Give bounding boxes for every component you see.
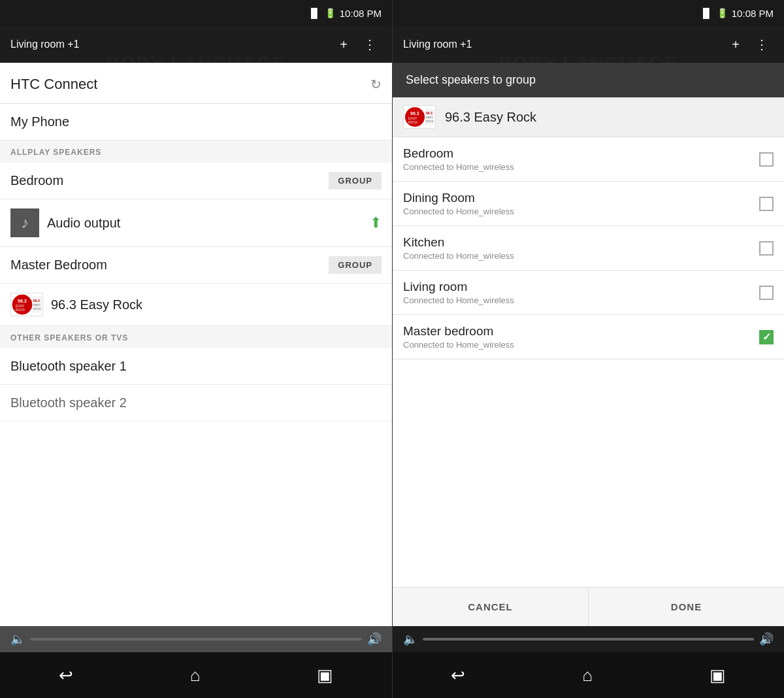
svg-text:EASY: EASY bbox=[426, 116, 433, 119]
speaker-item-dining[interactable]: Dining Room Connected to Home_wireless bbox=[393, 182, 784, 226]
bedroom-group-btn[interactable]: GROUP bbox=[329, 172, 382, 190]
upload-icon[interactable]: ⬆ bbox=[370, 214, 382, 231]
speaker-name-kitchen: Kitchen bbox=[403, 235, 759, 250]
checkmark-icon: ✓ bbox=[762, 331, 771, 343]
speaker-name-living: Living room bbox=[403, 280, 759, 294]
speaker-name-master: Master bedroom bbox=[403, 324, 759, 339]
right-vol-high-icon: 🔊 bbox=[759, 632, 774, 646]
bluetooth-speaker-1-item[interactable]: Bluetooth speaker 1 bbox=[0, 348, 392, 385]
left-top-bar: Living room +1 + ⋮ bbox=[0, 26, 392, 63]
refresh-icon[interactable]: ↻ bbox=[370, 76, 382, 92]
my-phone-label: My Phone bbox=[10, 114, 382, 129]
bluetooth-speaker-1-label: Bluetooth speaker 1 bbox=[10, 359, 382, 374]
allplay-section-header: ALLPLAY SPEAKERS bbox=[0, 141, 392, 163]
svg-text:96.3: 96.3 bbox=[410, 111, 419, 116]
svg-text:ROCK: ROCK bbox=[408, 120, 418, 124]
right-signal-icon: ▐▌ bbox=[700, 8, 713, 18]
checkbox-living[interactable] bbox=[759, 286, 774, 300]
left-back-nav[interactable]: ↩ bbox=[59, 665, 73, 686]
right-status-bar: ▐▌ 🔋 10:08 PM bbox=[393, 0, 784, 26]
left-time: 10:08 PM bbox=[340, 8, 382, 19]
dialog-title: Select speakers to group bbox=[406, 73, 536, 86]
svg-text:96.3: 96.3 bbox=[33, 299, 40, 303]
audio-output-label: Audio output bbox=[47, 216, 370, 231]
htc-connect-title: HTC Connect bbox=[10, 76, 97, 93]
left-bottom-nav: ↩ ⌂ ▣ bbox=[0, 652, 392, 698]
speaker-item-bedroom[interactable]: Bedroom Connected to Home_wireless bbox=[393, 137, 784, 182]
left-room-title: Living room +1 bbox=[10, 39, 329, 50]
bedroom-item[interactable]: Bedroom GROUP bbox=[0, 163, 392, 199]
vol-slider[interactable] bbox=[30, 638, 362, 640]
checkbox-dining[interactable] bbox=[759, 197, 774, 211]
vol-low-icon: 🔈 bbox=[10, 632, 25, 646]
checkbox-kitchen[interactable] bbox=[759, 241, 774, 256]
bluetooth-speaker-2-item[interactable]: Bluetooth speaker 2 bbox=[0, 385, 392, 422]
easy-rock-label: 96.3 Easy Rock bbox=[51, 297, 382, 312]
right-bottom-nav: ↩ ⌂ ▣ bbox=[393, 652, 784, 698]
left-recents-nav[interactable]: ▣ bbox=[317, 665, 333, 686]
right-add-icon[interactable]: + bbox=[727, 32, 745, 58]
battery-icon: 🔋 bbox=[325, 8, 336, 18]
cancel-button[interactable]: CANCEL bbox=[393, 588, 589, 626]
speaker-sub-kitchen: Connected to Home_wireless bbox=[403, 251, 759, 261]
left-status-bar: ▐▌ 🔋 10:08 PM bbox=[0, 0, 392, 26]
svg-text:ROCK: ROCK bbox=[16, 308, 25, 312]
right-vol-slider[interactable] bbox=[423, 638, 754, 640]
speaker-sub-dining: Connected to Home_wireless bbox=[403, 207, 759, 216]
speaker-item-kitchen[interactable]: Kitchen Connected to Home_wireless bbox=[393, 226, 784, 271]
vol-high-icon: 🔊 bbox=[367, 632, 382, 646]
checkbox-master[interactable]: ✓ bbox=[759, 330, 774, 344]
my-phone-item[interactable]: My Phone bbox=[0, 104, 392, 141]
right-back-nav[interactable]: ↩ bbox=[451, 665, 465, 686]
dialog-header: Select speakers to group bbox=[393, 63, 784, 97]
speaker-item-master[interactable]: Master bedroom Connected to Home_wireles… bbox=[393, 315, 784, 359]
svg-text:EASY: EASY bbox=[33, 303, 41, 307]
right-recents-nav[interactable]: ▣ bbox=[710, 665, 726, 686]
speaker-name-bedroom: Bedroom bbox=[403, 146, 759, 161]
right-home-nav[interactable]: ⌂ bbox=[582, 665, 593, 686]
other-speakers-label: OTHER SPEAKERS OR TVS bbox=[10, 333, 128, 342]
htc-connect-panel: HTC Connect ↻ My Phone ALLPLAY SPEAKERS … bbox=[0, 63, 392, 652]
speakers-list: Bedroom Connected to Home_wireless Dinin… bbox=[393, 137, 784, 587]
speaker-info-bedroom: Bedroom Connected to Home_wireless bbox=[403, 146, 759, 172]
left-volume-bar: 🔈 🔊 bbox=[0, 626, 392, 652]
master-bedroom-item[interactable]: Master Bedroom GROUP bbox=[0, 247, 392, 284]
now-playing-label: 96.3 Easy Rock bbox=[445, 110, 536, 125]
left-add-icon[interactable]: + bbox=[335, 32, 353, 58]
radio-thumb: 96.3 EASY ROCK 96.3 EASY ROCK bbox=[10, 293, 43, 316]
svg-text:ROCK: ROCK bbox=[33, 307, 41, 310]
right-volume-bar: 🔈 🔊 bbox=[393, 626, 784, 652]
other-speakers-section-header: OTHER SPEAKERS OR TVS bbox=[0, 326, 392, 348]
svg-text:96.3: 96.3 bbox=[18, 299, 27, 303]
master-bedroom-label: Master Bedroom bbox=[10, 258, 329, 273]
music-note-icon: ♪ bbox=[21, 214, 29, 232]
right-top-bar: Living room +1 + ⋮ bbox=[393, 26, 784, 63]
left-home-nav[interactable]: ⌂ bbox=[190, 665, 201, 686]
left-phone-screen: ▐▌ 🔋 10:08 PM BODY LANGUAGE GRAMMAR Livi… bbox=[0, 0, 392, 698]
speaker-info-kitchen: Kitchen Connected to Home_wireless bbox=[403, 235, 759, 261]
master-bedroom-group-btn[interactable]: GROUP bbox=[329, 256, 382, 274]
speaker-item-living[interactable]: Living room Connected to Home_wireless bbox=[393, 271, 784, 315]
speaker-sub-bedroom: Connected to Home_wireless bbox=[403, 162, 759, 172]
allplay-label: ALLPLAY SPEAKERS bbox=[10, 148, 101, 157]
right-phone-screen: ▐▌ 🔋 10:08 PM BODY LANGUAGE GRAMMAR Livi… bbox=[392, 0, 784, 698]
audio-output-item[interactable]: ♪ Audio output ⬆ bbox=[0, 199, 392, 247]
svg-text:96.3: 96.3 bbox=[426, 111, 433, 115]
right-vol-low-icon: 🔈 bbox=[403, 632, 417, 646]
speaker-info-living: Living room Connected to Home_wireless bbox=[403, 280, 759, 305]
now-playing-bar: 96.3 EASY ROCK 96.3 EASY ROCK 96.3 Easy … bbox=[393, 97, 784, 137]
speaker-sub-master: Connected to Home_wireless bbox=[403, 340, 759, 350]
speaker-info-dining: Dining Room Connected to Home_wireless bbox=[403, 191, 759, 216]
signal-icon: ▐▌ bbox=[308, 8, 321, 18]
done-button[interactable]: DONE bbox=[589, 588, 784, 626]
checkbox-bedroom[interactable] bbox=[759, 152, 774, 167]
bluetooth-speaker-2-label: Bluetooth speaker 2 bbox=[10, 395, 382, 410]
dialog-radio-thumb: 96.3 EASY ROCK 96.3 EASY ROCK bbox=[403, 105, 436, 129]
right-menu-icon[interactable]: ⋮ bbox=[750, 31, 774, 58]
right-room-title: Living room +1 bbox=[403, 39, 721, 50]
easy-rock-item[interactable]: 96.3 EASY ROCK 96.3 EASY ROCK 96.3 Easy … bbox=[0, 284, 392, 326]
svg-text:ROCK: ROCK bbox=[426, 120, 434, 123]
select-speakers-dialog: Select speakers to group 96.3 EASY ROCK … bbox=[393, 63, 784, 626]
dialog-actions: CANCEL DONE bbox=[393, 587, 784, 626]
left-menu-icon[interactable]: ⋮ bbox=[358, 31, 382, 58]
